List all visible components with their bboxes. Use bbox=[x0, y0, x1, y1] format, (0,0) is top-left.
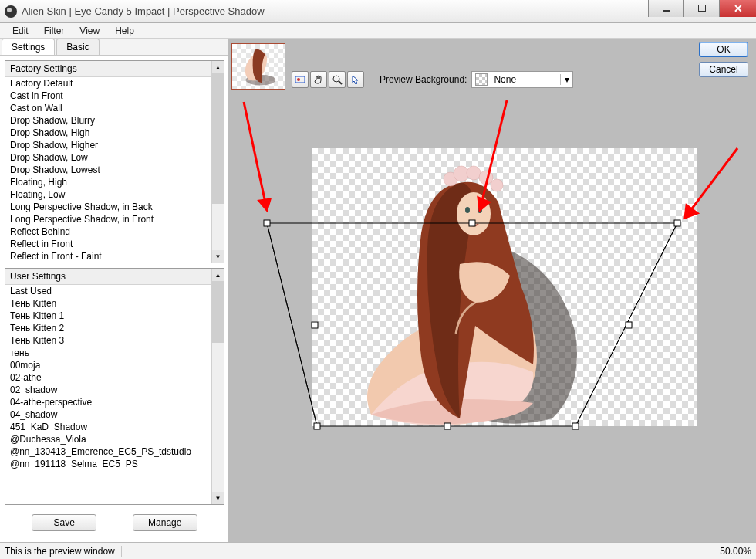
svg-point-9 bbox=[491, 179, 503, 191]
svg-line-24 bbox=[244, 102, 267, 210]
svg-rect-20 bbox=[626, 322, 632, 328]
list-item[interactable]: Drop Shadow, High bbox=[5, 127, 211, 139]
tab-basic[interactable]: Basic bbox=[56, 39, 99, 55]
list-item[interactable]: Floating, Low bbox=[5, 188, 211, 201]
factory-settings-header: Factory Settings bbox=[5, 61, 224, 77]
hand-tool[interactable] bbox=[310, 71, 327, 88]
svg-rect-22 bbox=[444, 423, 451, 429]
svg-rect-16 bbox=[264, 220, 270, 226]
list-item[interactable]: 02_shadow bbox=[5, 384, 211, 396]
list-item[interactable]: тень bbox=[5, 347, 211, 359]
menu-bar: Edit Filter View Help bbox=[0, 23, 756, 39]
svg-rect-19 bbox=[312, 322, 318, 328]
svg-rect-17 bbox=[469, 220, 475, 226]
status-bar: This is the preview window 50.00% bbox=[0, 542, 756, 559]
list-item[interactable]: 451_KaD_Shadow bbox=[5, 421, 211, 433]
minimize-button[interactable] bbox=[648, 0, 683, 17]
svg-rect-21 bbox=[314, 423, 320, 429]
transparency-swatch-icon bbox=[475, 73, 488, 86]
ok-button[interactable]: OK bbox=[699, 42, 748, 57]
list-item[interactable]: Drop Shadow, Low bbox=[5, 151, 211, 164]
manage-button[interactable]: Manage bbox=[133, 514, 197, 531]
list-item[interactable]: Cast on Wall bbox=[5, 102, 211, 114]
preview-background-value: None bbox=[491, 74, 560, 85]
save-button[interactable]: Save bbox=[32, 514, 96, 531]
svg-point-7 bbox=[467, 166, 481, 180]
preview-thumbnail[interactable] bbox=[231, 43, 285, 90]
list-item[interactable]: 00moja bbox=[5, 359, 211, 371]
svg-point-10 bbox=[457, 192, 491, 235]
maximize-button[interactable] bbox=[683, 0, 719, 17]
user-settings-header: User Settings bbox=[5, 269, 224, 285]
status-zoom: 50.00% bbox=[720, 546, 751, 557]
zoom-tool[interactable] bbox=[329, 71, 346, 88]
window-title: Alien Skin | Eye Candy 5 Impact | Perspe… bbox=[22, 5, 648, 17]
list-item[interactable]: @nn_130413_Emerence_EC5_PS_tdstudio bbox=[5, 446, 211, 458]
menu-view[interactable]: View bbox=[73, 24, 106, 38]
close-button[interactable]: ✕ bbox=[719, 0, 756, 17]
menu-filter[interactable]: Filter bbox=[38, 24, 71, 38]
svg-point-3 bbox=[333, 76, 339, 82]
preview-canvas[interactable] bbox=[228, 94, 756, 542]
show-original-tool[interactable] bbox=[292, 71, 309, 88]
status-hint: This is the preview window bbox=[5, 546, 122, 557]
list-item[interactable]: @Duchessa_Viola bbox=[5, 433, 211, 446]
menu-help[interactable]: Help bbox=[109, 24, 140, 38]
list-item[interactable]: Floating, High bbox=[5, 176, 211, 188]
list-item[interactable]: Тень Kitten bbox=[5, 297, 211, 310]
list-item[interactable]: Drop Shadow, Higher bbox=[5, 139, 211, 151]
title-bar: Alien Skin | Eye Candy 5 Impact | Perspe… bbox=[0, 0, 756, 23]
cancel-button[interactable]: Cancel bbox=[699, 62, 748, 77]
tab-row: Settings Basic bbox=[0, 39, 228, 56]
list-item[interactable]: Long Perspective Shadow, in Back bbox=[5, 201, 211, 213]
list-item[interactable]: Reflect Behind bbox=[5, 225, 211, 238]
preview-background-label: Preview Background: bbox=[380, 74, 467, 85]
list-item[interactable]: 02-athe bbox=[5, 371, 211, 384]
list-item[interactable]: Reflect in Front bbox=[5, 238, 211, 250]
window-controls: ✕ bbox=[648, 0, 756, 17]
list-item[interactable]: Тень Kitten 1 bbox=[5, 310, 211, 322]
user-settings-listbox[interactable]: User Settings Last UsedТень KittenТень K… bbox=[5, 268, 224, 505]
svg-line-28 bbox=[685, 148, 737, 218]
settings-panel: Settings Basic Factory Settings Factory … bbox=[0, 39, 228, 542]
list-item[interactable]: Тень Kitten 2 bbox=[5, 322, 211, 334]
list-item[interactable]: Cast in Front bbox=[5, 90, 211, 102]
list-item[interactable]: Long Perspective Shadow, in Front bbox=[5, 213, 211, 225]
list-item[interactable]: @nn_191118_Selma_EC5_PS bbox=[5, 458, 211, 470]
list-item[interactable]: Тень Kitten 3 bbox=[5, 334, 211, 347]
chevron-down-icon[interactable]: ▾ bbox=[560, 74, 572, 85]
svg-marker-25 bbox=[259, 199, 270, 210]
svg-line-14 bbox=[267, 223, 317, 426]
app-icon bbox=[5, 5, 17, 18]
svg-line-26 bbox=[480, 100, 507, 210]
preview-background-combo[interactable]: None ▾ bbox=[471, 71, 573, 88]
svg-point-11 bbox=[465, 207, 470, 213]
svg-point-2 bbox=[297, 78, 300, 81]
scrollbar[interactable]: ▲ ▼ bbox=[211, 61, 224, 263]
move-tool[interactable] bbox=[347, 71, 364, 88]
svg-rect-23 bbox=[572, 423, 579, 429]
svg-rect-18 bbox=[674, 220, 680, 226]
list-item[interactable]: Drop Shadow, Blurry bbox=[5, 114, 211, 127]
svg-marker-29 bbox=[685, 205, 697, 218]
list-item[interactable]: 04_shadow bbox=[5, 408, 211, 421]
list-item[interactable]: Last Used bbox=[5, 285, 211, 297]
factory-settings-listbox[interactable]: Factory Settings Factory DefaultCast in … bbox=[5, 60, 224, 263]
tab-settings[interactable]: Settings bbox=[2, 39, 55, 55]
scrollbar[interactable]: ▲ ▼ bbox=[211, 269, 224, 504]
list-item[interactable]: Drop Shadow, Lowest bbox=[5, 164, 211, 176]
list-item[interactable]: Factory Default bbox=[5, 77, 211, 90]
svg-line-4 bbox=[339, 81, 342, 84]
list-item[interactable]: 04-athe-perspective bbox=[5, 396, 211, 408]
menu-edit[interactable]: Edit bbox=[6, 24, 35, 38]
preview-panel: Preview Background: None ▾ OK Cancel bbox=[228, 39, 756, 542]
list-item[interactable]: Reflect in Front - Faint bbox=[5, 250, 211, 263]
